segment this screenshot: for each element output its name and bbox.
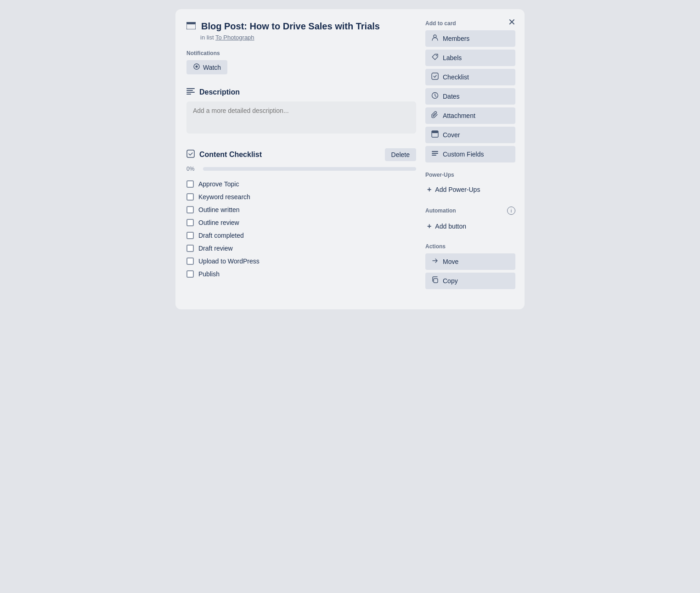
card-modal: ✕ Blog Post: How to Drive Sales with Tri… — [175, 9, 525, 309]
copy-label: Copy — [443, 277, 458, 285]
close-button[interactable]: ✕ — [504, 15, 519, 29]
action-btn-copy[interactable]: Copy — [425, 273, 515, 289]
checklist-item-label-3: Outline review — [198, 219, 239, 226]
labels-label: Labels — [443, 54, 462, 62]
description-icon — [186, 87, 195, 97]
automation-info-icon[interactable]: i — [507, 207, 515, 215]
svg-rect-1 — [186, 22, 196, 24]
checklist-items: Approve Topic Keyword research Outline w… — [186, 178, 416, 280]
checklist-item: Outline written — [186, 203, 416, 216]
svg-rect-14 — [432, 131, 438, 133]
members-label: Members — [443, 35, 469, 42]
automation-label: Automation — [425, 207, 456, 214]
watch-label: Watch — [203, 64, 221, 71]
sidebar-btn-members[interactable]: Members — [425, 30, 515, 47]
checklist-label: Checklist — [443, 73, 469, 81]
card-header: Blog Post: How to Drive Sales with Trial… — [186, 20, 416, 32]
power-ups-label: Power-Ups — [425, 172, 515, 178]
copy-icon — [431, 276, 439, 285]
progress-percent: 0% — [186, 166, 199, 172]
checklist-item: Draft completed — [186, 229, 416, 242]
sidebar-btn-dates[interactable]: Dates — [425, 88, 515, 105]
checklist-item: Publish — [186, 268, 416, 280]
card-title: Blog Post: How to Drive Sales with Trial… — [201, 20, 380, 32]
dates-label: Dates — [443, 93, 460, 100]
svg-rect-17 — [432, 155, 436, 156]
checklist-item-label-7: Publish — [198, 270, 220, 278]
add-to-card-section: Add to card Members Labels Checklist Dat… — [425, 20, 515, 162]
svg-rect-11 — [432, 73, 438, 79]
add-power-ups-button[interactable]: + Add Power-Ups — [425, 182, 515, 197]
checklist-checkbox-3[interactable] — [186, 219, 194, 226]
sidebar-btn-attachment[interactable]: Attachment — [425, 107, 515, 124]
dates-icon — [431, 92, 439, 101]
notifications-label: Notifications — [186, 50, 416, 56]
add-button-button[interactable]: + Add button — [425, 218, 515, 234]
labels-icon — [431, 53, 439, 62]
attachment-icon — [431, 111, 439, 120]
card-list-info: in list To Photograph — [200, 34, 416, 41]
svg-point-9 — [434, 35, 436, 38]
attachment-label: Attachment — [443, 112, 475, 119]
checklist-title-group: Content Checklist — [186, 150, 262, 160]
svg-rect-7 — [186, 94, 191, 95]
svg-rect-15 — [432, 151, 438, 152]
checklist-checkbox-6[interactable] — [186, 257, 194, 265]
action-btn-move[interactable]: Move — [425, 253, 515, 270]
plus-icon: + — [427, 185, 431, 194]
sidebar-btn-cover[interactable]: Cover — [425, 127, 515, 143]
description-section: Description — [186, 87, 416, 135]
svg-rect-4 — [186, 88, 195, 89]
svg-rect-5 — [186, 90, 193, 91]
add-button-label: Add button — [435, 223, 466, 230]
svg-rect-16 — [432, 153, 438, 154]
description-title-row: Description — [186, 87, 416, 97]
move-label: Move — [443, 258, 458, 265]
add-power-ups-label: Add Power-Ups — [435, 186, 480, 193]
svg-rect-6 — [186, 92, 195, 93]
checklist-item-label-0: Approve Topic — [198, 180, 239, 188]
checklist-section: Content Checklist Delete 0% Approve Topi… — [186, 148, 416, 280]
actions-label: Actions — [425, 243, 515, 250]
delete-checklist-button[interactable]: Delete — [385, 148, 416, 161]
checklist-checkbox-5[interactable] — [186, 245, 194, 252]
checklist-checkbox-1[interactable] — [186, 193, 194, 201]
checklist-header: Content Checklist Delete — [186, 148, 416, 161]
progress-bar-background — [203, 167, 416, 171]
svg-rect-18 — [434, 279, 438, 283]
watch-button[interactable]: Watch — [186, 60, 227, 74]
checklist-item-label-1: Keyword research — [198, 193, 250, 201]
list-link[interactable]: To Photograph — [215, 34, 254, 41]
sidebar: Add to card Members Labels Checklist Dat… — [425, 20, 515, 298]
sidebar-btn-custom-fields[interactable]: Custom Fields — [425, 146, 515, 162]
checklist-checkbox-2[interactable] — [186, 206, 194, 213]
notifications-section: Notifications Watch — [186, 50, 416, 74]
power-ups-section: Power-Ups + Add Power-Ups — [425, 172, 515, 197]
cover-icon — [431, 130, 439, 140]
checklist-item: Upload to WordPress — [186, 255, 416, 268]
checklist-icon — [431, 73, 439, 82]
sidebar-btn-checklist[interactable]: Checklist — [425, 69, 515, 85]
add-to-card-label: Add to card — [425, 20, 515, 27]
svg-point-3 — [196, 66, 198, 68]
automation-header: Automation i — [425, 207, 515, 215]
checklist-item: Outline review — [186, 216, 416, 229]
checklist-title: Content Checklist — [199, 151, 262, 159]
watch-icon — [193, 63, 200, 72]
action-buttons: Move Copy — [425, 253, 515, 289]
checklist-item-label-2: Outline written — [198, 206, 239, 213]
checklist-item-label-4: Draft completed — [198, 232, 244, 239]
description-textarea[interactable] — [186, 101, 416, 134]
cover-label: Cover — [443, 131, 460, 139]
svg-point-10 — [436, 55, 437, 56]
checklist-checkbox-4[interactable] — [186, 232, 194, 239]
custom-fields-icon — [431, 150, 439, 159]
checklist-item-label-5: Draft review — [198, 245, 233, 252]
checklist-item: Approve Topic — [186, 178, 416, 190]
move-icon — [431, 257, 439, 266]
actions-section: Actions Move Copy — [425, 243, 515, 289]
sidebar-btn-labels[interactable]: Labels — [425, 50, 515, 66]
custom-fields-label: Custom Fields — [443, 151, 484, 158]
checklist-checkbox-7[interactable] — [186, 270, 194, 278]
checklist-checkbox-0[interactable] — [186, 180, 194, 188]
